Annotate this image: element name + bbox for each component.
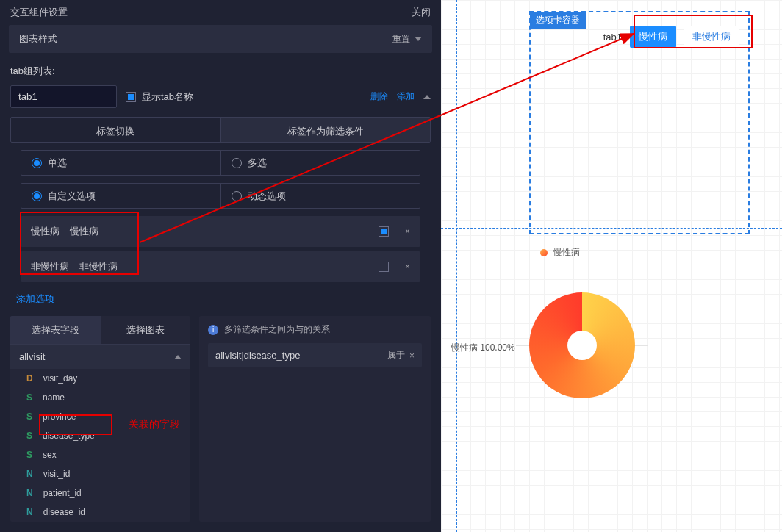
chevron-up-icon <box>174 355 182 359</box>
tab-group-label: tab1 <box>603 32 622 43</box>
option-delete-icon[interactable]: × <box>405 262 410 272</box>
tab-nonchronic[interactable]: 非慢性病 <box>684 26 739 48</box>
field-item[interactable]: Sprovince <box>10 407 190 426</box>
panel-title: 交互组件设置 <box>10 6 68 19</box>
tab-select-field[interactable]: 选择表字段 <box>10 316 101 344</box>
radio-icon <box>232 191 242 201</box>
filter-delete-icon[interactable]: × <box>409 351 415 361</box>
filter-relation: 属于 × <box>387 349 415 362</box>
field-type-icon: N <box>26 488 33 498</box>
field-name: disease_type <box>43 431 95 441</box>
legend-swatch-icon <box>540 249 548 256</box>
option-default-checkbox[interactable] <box>379 262 389 272</box>
field-type-icon: N <box>26 507 33 517</box>
filter-expression: allvisit|disease_type <box>215 350 300 361</box>
field-type-icon: S <box>26 392 32 403</box>
field-name: visit_id <box>43 469 71 479</box>
option-delete-icon[interactable]: × <box>405 226 410 237</box>
legend-label: 慢性病 <box>553 246 580 259</box>
table-name-row[interactable]: allvisit <box>10 345 190 369</box>
chevron-down-icon <box>415 37 422 41</box>
field-list: Dvisit_day Sname Sprovince Sdisease_type… <box>10 369 190 522</box>
field-name: sex <box>43 450 57 460</box>
select-mode-radiogroup: 单选 多选 <box>21 150 420 176</box>
field-item[interactable]: Npatient_id <box>10 484 190 503</box>
field-type-icon: S <box>26 411 32 422</box>
donut-chart[interactable] <box>529 292 635 398</box>
table-name-label: allvisit <box>19 351 45 362</box>
settings-panel: 交互组件设置 关闭 图表样式 重置 tab组列表: 显示tab名称 删除 添加 … <box>0 0 441 532</box>
field-name: patient_id <box>43 488 82 498</box>
subtab-filter[interactable]: 标签作为筛选条件 <box>221 118 431 142</box>
field-item[interactable]: Nvisit_id <box>10 464 190 484</box>
close-button[interactable]: 关闭 <box>412 6 431 19</box>
panel-header: 交互组件设置 关闭 <box>0 0 441 25</box>
field-tabs: 选择表字段 选择图表 <box>10 316 190 345</box>
tab-chronic[interactable]: 慢性病 <box>630 26 676 48</box>
field-type-icon: S <box>26 450 32 460</box>
add-option-link[interactable]: 添加选项 <box>16 292 425 306</box>
radio-icon <box>32 191 42 201</box>
radio-multi[interactable]: 多选 <box>221 151 420 175</box>
reset-label: 重置 <box>392 33 410 46</box>
tab-group-row: 显示tab名称 删除 添加 <box>0 85 441 114</box>
filter-panel: i 多筛选条件之间为与的关系 allvisit|disease_type 属于 … <box>199 316 431 522</box>
option-source-radiogroup: 自定义选项 动态选项 <box>21 183 420 209</box>
radio-icon <box>232 158 242 168</box>
filter-chip[interactable]: allvisit|disease_type 属于 × <box>208 343 422 367</box>
radio-dynamic-label: 动态选项 <box>248 190 286 203</box>
field-name: province <box>43 411 76 422</box>
delete-tab-link[interactable]: 删除 <box>370 90 388 103</box>
lower-config: 选择表字段 选择图表 allvisit Dvisit_day Sname Spr… <box>0 316 441 532</box>
field-panel: 选择表字段 选择图表 allvisit Dvisit_day Sname Spr… <box>10 316 190 522</box>
radio-custom[interactable]: 自定义选项 <box>21 184 221 208</box>
radio-custom-label: 自定义选项 <box>48 190 96 203</box>
option-default-checkbox[interactable] <box>379 226 389 237</box>
checkbox-icon <box>126 92 136 102</box>
field-type-icon: D <box>26 373 33 384</box>
field-name: disease_id <box>43 507 85 517</box>
tab-name-input[interactable] <box>10 85 117 108</box>
filter-hint: i 多筛选条件之间为与的关系 <box>199 316 431 343</box>
field-type-icon: S <box>26 431 32 441</box>
chart-style-label: 图表样式 <box>19 32 57 46</box>
option-row[interactable]: 非慢性病 非慢性病 × <box>21 251 420 282</box>
field-item[interactable]: Ssex <box>10 445 190 464</box>
radio-multi-label: 多选 <box>248 157 267 170</box>
card-tag: 选项卡容器 <box>530 12 586 29</box>
field-name: name <box>43 392 65 403</box>
custom-option-list: 慢性病 慢性病 × 非慢性病 非慢性病 × <box>21 216 420 287</box>
tab-group-actions: 删除 添加 <box>370 90 431 103</box>
field-name: visit_day <box>43 373 78 384</box>
option-val: 慢性病 <box>70 225 98 238</box>
canvas-area: 选项卡容器 tab1 慢性病 非慢性病 <box>441 0 782 532</box>
option-val: 非慢性病 <box>79 260 118 273</box>
show-tab-name-checkbox[interactable]: 显示tab名称 <box>126 90 193 104</box>
chevron-up-icon[interactable] <box>423 95 431 99</box>
field-item[interactable]: Dvisit_day <box>10 369 190 388</box>
tab-group-list-label: tab组列表: <box>0 59 441 85</box>
filter-relation-label: 属于 <box>387 349 405 362</box>
mode-subtabs: 标签切换 标签作为筛选条件 <box>10 117 431 143</box>
guide-line <box>456 0 457 532</box>
filter-hint-text: 多筛选条件之间为与的关系 <box>224 323 330 336</box>
field-item[interactable]: Sname <box>10 388 190 407</box>
subtab-switch[interactable]: 标签切换 <box>11 118 221 142</box>
radio-single[interactable]: 单选 <box>21 151 221 175</box>
show-tab-name-label: 显示tab名称 <box>142 90 193 104</box>
radio-dynamic[interactable]: 动态选项 <box>221 184 420 208</box>
tab-select-chart[interactable]: 选择图表 <box>101 316 191 344</box>
radio-single-label: 单选 <box>48 157 67 170</box>
chart-style-row[interactable]: 图表样式 重置 <box>9 25 432 53</box>
radio-icon <box>32 158 42 168</box>
donut-value-label: 慢性病 100.00% <box>451 342 515 354</box>
option-row[interactable]: 慢性病 慢性病 × <box>21 216 420 247</box>
field-item[interactable]: Ndisease_id <box>10 503 190 522</box>
tab-container-card[interactable]: 选项卡容器 tab1 慢性病 非慢性病 <box>529 11 750 234</box>
field-type-icon: N <box>26 469 33 479</box>
info-icon: i <box>208 325 218 335</box>
option-key: 非慢性病 <box>31 260 69 273</box>
reset-button[interactable]: 重置 <box>392 33 422 46</box>
field-item[interactable]: Sdisease_type <box>10 426 190 445</box>
add-tab-link[interactable]: 添加 <box>397 90 415 103</box>
